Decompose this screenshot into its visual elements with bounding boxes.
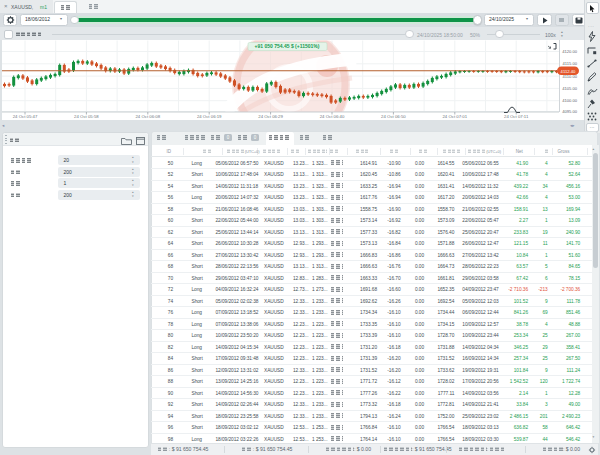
svg-text:4095.00: 4095.00 [562,109,578,114]
svg-text:4100.00: 4100.00 [562,98,578,103]
svg-text:4105.00: 4105.00 [562,86,578,91]
svg-text:4112.40: 4112.40 [561,69,576,74]
svg-text:4120.00: 4120.00 [562,49,578,54]
svg-text:4115.00: 4115.00 [563,61,578,66]
svg-text:+91 050 754.45 $ (+11501%): +91 050 754.45 $ (+11501%) [255,43,320,49]
